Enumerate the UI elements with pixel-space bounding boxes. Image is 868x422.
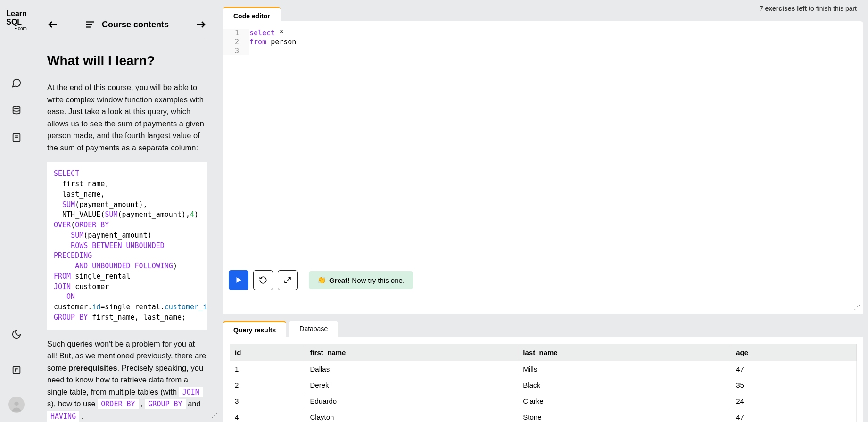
col-last-name: last_name	[518, 344, 731, 361]
page-title: What will I learn?	[47, 53, 207, 68]
col-first-name: first_name	[305, 344, 518, 361]
lesson-paragraph-2: Such queries won't be a problem for you …	[47, 338, 207, 422]
avatar[interactable]	[8, 397, 25, 413]
clap-icon: 👏	[317, 276, 326, 284]
resize-handle-icon[interactable]: ⋰	[211, 412, 218, 419]
svg-marker-11	[237, 277, 242, 283]
database-icon[interactable]	[7, 101, 26, 120]
exercises-remaining: 7 exercises left to finish this part	[760, 5, 857, 12]
run-button[interactable]	[229, 270, 248, 290]
tab-code-editor[interactable]: Code editor	[223, 7, 281, 23]
back-button[interactable]	[47, 19, 58, 30]
col-age: age	[731, 344, 857, 361]
table-row: 2DerekBlack35	[230, 377, 857, 393]
svg-rect-4	[13, 367, 20, 374]
feedback-banner: 👏 Great! Now try this one.	[309, 271, 413, 289]
logo-line2: SQL	[6, 18, 22, 26]
table-row: 1DallasMills47	[230, 361, 857, 377]
tab-database[interactable]: Database	[289, 321, 338, 337]
col-id: id	[230, 344, 305, 361]
table-row: 4ClaytonStone47	[230, 409, 857, 422]
chat-icon[interactable]	[7, 74, 26, 92]
code-textarea[interactable]: select * from person	[249, 29, 859, 47]
menu-icon	[85, 19, 95, 30]
code-editor-panel: 1 2 3 select * from person 👏 Great! Now …	[223, 21, 863, 314]
dark-mode-icon[interactable]	[7, 325, 26, 344]
line-gutter: 1 2 3	[223, 29, 249, 55]
lesson-paragraph-1: At the end of this course, you will be a…	[47, 82, 207, 154]
svg-point-5	[14, 402, 18, 406]
example-sql-block: SELECT first_name, last_name, SUM(paymen…	[47, 162, 207, 329]
share-button[interactable]	[278, 270, 298, 290]
notes-icon[interactable]	[7, 128, 26, 147]
resize-handle-icon[interactable]: ⋰	[854, 303, 860, 311]
results-panel: id first_name last_name age 1DallasMills…	[223, 337, 863, 422]
fullscreen-icon[interactable]	[7, 361, 26, 380]
table-row: 3EduardoClarke24	[230, 393, 857, 409]
results-table: id first_name last_name age 1DallasMills…	[230, 344, 857, 422]
forward-button[interactable]	[195, 19, 207, 30]
logo-line1: Learn	[6, 9, 27, 17]
tab-query-results[interactable]: Query results	[223, 321, 286, 337]
course-contents-link[interactable]: Course contents	[102, 20, 169, 30]
logo[interactable]: Learn SQL • com	[6, 9, 27, 31]
svg-point-0	[13, 106, 20, 109]
logo-dotcom: • com	[6, 26, 27, 31]
reset-button[interactable]	[253, 270, 273, 290]
